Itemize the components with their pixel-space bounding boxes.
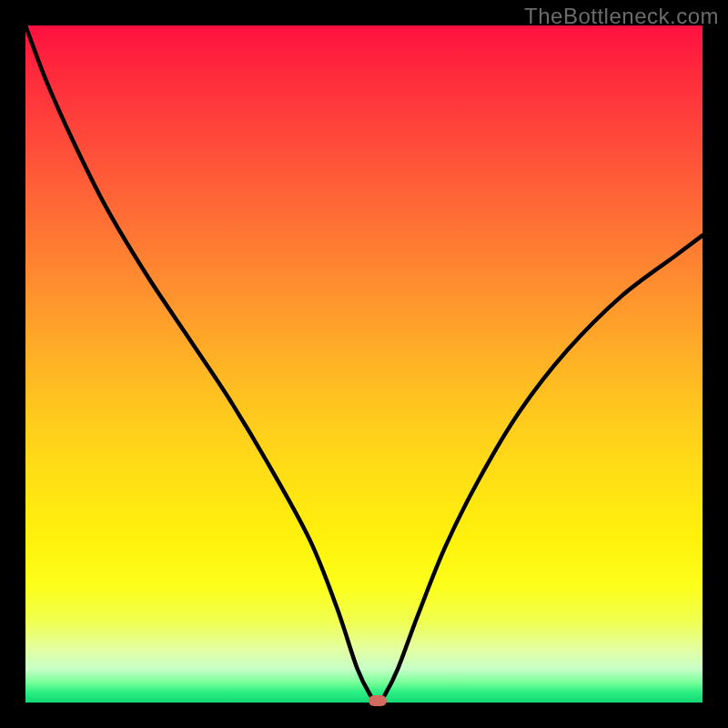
optimum-marker — [369, 695, 387, 706]
bottleneck-curve — [25, 25, 703, 703]
chart-frame: TheBottleneck.com — [0, 0, 728, 728]
plot-area — [25, 25, 703, 703]
